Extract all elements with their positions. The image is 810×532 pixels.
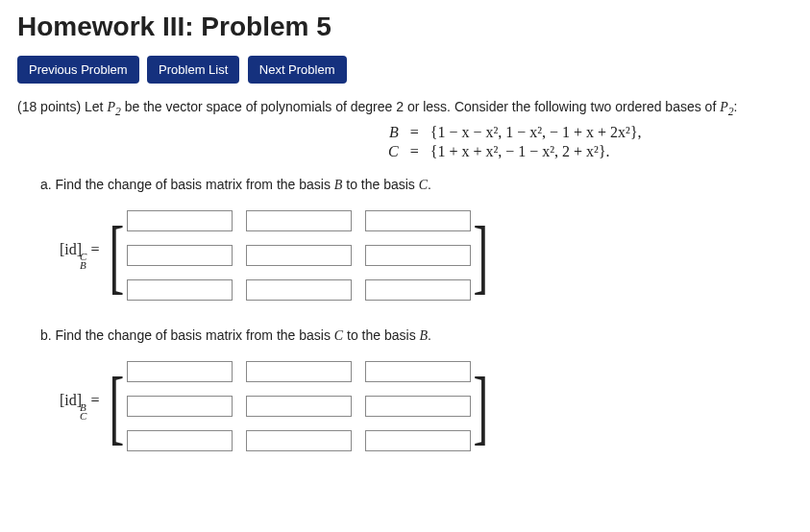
matrix-a-row: [id]CB = [ ] [60,203,793,308]
intro-text-c: or less. Consider the following two orde… [404,99,720,114]
left-bracket-icon: [ [110,218,125,293]
basis-b-set: {1 − x − x², 1 − x², − 1 + x + 2x²}, [425,123,648,142]
equals-sign: = [405,142,425,161]
matrix-b-cell-13[interactable] [365,361,471,382]
matrix-a-cell-23[interactable] [365,245,471,266]
basis-c-symbol: C [388,143,399,159]
matrix-a-cell-11[interactable] [127,210,233,231]
right-bracket-icon: ] [474,369,489,444]
intro-text-b: be the vector space of polynomials of de… [121,99,396,114]
prev-problem-button[interactable]: Previous Problem [17,56,139,84]
basis-c-set: {1 + x + x², − 1 − x², 2 + x²}. [425,142,648,161]
matrix-b-row: [id]BC = [ ] [60,353,793,459]
degree-value: 2 [396,99,404,114]
p2-symbol: P2 [107,100,120,114]
matrix-a-cell-33[interactable] [365,279,471,301]
matrix-a-cell-13[interactable] [365,210,471,231]
matrix-a-cell-22[interactable] [246,245,352,266]
matrix-a-cell-32[interactable] [246,279,352,301]
part-a-text: a. Find the change of basis matrix from … [40,177,793,193]
matrix-a-grid [125,203,473,308]
matrix-b-cell-32[interactable] [246,430,352,451]
matrix-a-cell-12[interactable] [246,210,352,231]
matrix-b-cell-11[interactable] [127,361,233,382]
basis-definitions: B = {1 − x − x², 1 − x², − 1 + x + 2x²},… [17,123,793,161]
next-problem-button[interactable]: Next Problem [248,56,347,84]
matrix-b-cell-23[interactable] [365,396,471,417]
matrix-a-cell-31[interactable] [127,279,233,301]
matrix-b-cell-21[interactable] [127,396,233,417]
intro-text-a: Let [85,99,107,114]
page-title: Homework III: Problem 5 [17,12,793,42]
equals-sign: = [405,123,425,142]
problem-list-button[interactable]: Problem List [147,56,239,84]
intro-text-d: : [734,99,738,114]
points-label: (18 points) [17,99,85,114]
matrix-b-cell-31[interactable] [127,430,233,451]
p2-symbol-2: P2 [720,100,733,114]
part-b-text: b. Find the change of basis matrix from … [40,327,793,344]
matrix-b-grid [125,353,473,459]
left-bracket-icon: [ [110,369,125,444]
matrix-b-cell-33[interactable] [365,430,471,451]
matrix-b-cell-22[interactable] [246,396,352,417]
basis-b-symbol: B [389,124,399,140]
right-bracket-icon: ] [474,218,489,293]
matrix-b-label: [id]BC = [60,392,99,421]
nav-buttons: Previous Problem Problem List Next Probl… [17,56,793,84]
matrix-b-cell-12[interactable] [246,361,352,382]
matrix-a-label: [id]CB = [60,241,99,270]
problem-statement: (18 points) Let P2 be the vector space o… [17,97,793,117]
matrix-a-cell-21[interactable] [127,245,233,266]
